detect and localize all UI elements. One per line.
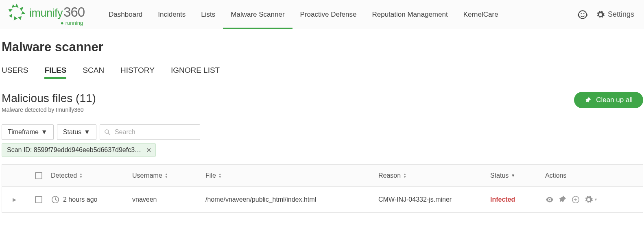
svg-marker-7 (12, 4, 15, 8)
gear-icon (584, 195, 593, 204)
svg-marker-4 (14, 16, 17, 20)
app-header: imunify 360 ●running Dashboard Incidents… (0, 0, 644, 29)
brand-text-a: imunify (29, 7, 63, 20)
broom-icon (585, 96, 592, 104)
select-all-checkbox[interactable] (35, 172, 42, 179)
svg-marker-2 (21, 11, 25, 14)
subtab-ignore-list[interactable]: IGNORE LIST (171, 66, 220, 79)
subtab-scan[interactable]: SCAN (83, 66, 104, 79)
svg-marker-3 (18, 16, 22, 20)
subtab-files[interactable]: FILES (44, 66, 66, 79)
cell-username: vnaveen (132, 196, 205, 203)
col-username[interactable]: Username ▲▼ (132, 172, 205, 179)
svg-marker-1 (20, 7, 23, 11)
row-checkbox[interactable] (35, 196, 42, 203)
row-actions-menu[interactable]: ▼ (584, 195, 598, 204)
nav-reputation-management[interactable]: Reputation Management (364, 0, 455, 29)
sort-icon: ▲▼ (165, 173, 168, 178)
view-icon[interactable] (545, 195, 554, 204)
svg-point-11 (105, 130, 109, 133)
page-title: Malware scanner (2, 40, 643, 54)
status-dropdown[interactable]: Status ▼ (57, 124, 96, 140)
col-file[interactable]: File ▲▼ (205, 172, 378, 179)
subtab-history[interactable]: HISTORY (120, 66, 155, 79)
malicious-files-table: Detected ▲▼ Username ▲▼ File ▲▼ Reason ▲… (2, 164, 643, 213)
expand-row-toggle[interactable]: ▶ (2, 197, 26, 202)
primary-nav: Dashboard Incidents Lists Malware Scanne… (101, 0, 577, 29)
subtab-users[interactable]: USERS (2, 66, 28, 79)
svg-point-8 (579, 11, 587, 19)
brand-status: ●running (61, 20, 83, 26)
nav-kernelcare[interactable]: KernelCare (456, 0, 506, 29)
clock-icon (51, 195, 60, 204)
cell-reason: CMW-INJ-04332-js.miner (378, 196, 490, 203)
section-title: Malicious files (11) (2, 92, 96, 105)
chip-close-icon[interactable]: ✕ (146, 146, 151, 154)
cleanup-icon[interactable] (558, 195, 567, 204)
brand-logo[interactable]: imunify 360 ●running (7, 3, 85, 26)
svg-marker-6 (9, 9, 13, 12)
nav-dashboard[interactable]: Dashboard (101, 0, 150, 29)
search-input[interactable] (100, 124, 200, 140)
clean-up-all-button[interactable]: Clean up all (574, 92, 643, 108)
table-header: Detected ▲▼ Username ▲▼ File ▲▼ Reason ▲… (2, 165, 643, 187)
sort-icon: ▲▼ (79, 173, 83, 178)
cell-actions: ▼ (545, 195, 635, 204)
scanner-subtabs: USERS FILES SCAN HISTORY IGNORE LIST (2, 66, 643, 79)
sort-desc-icon: ▼ (511, 173, 515, 178)
nav-incidents[interactable]: Incidents (150, 0, 193, 29)
cell-file: /home/vnaveen/public_html/index.html (205, 196, 378, 203)
col-reason[interactable]: Reason ▲▼ (378, 172, 490, 179)
timeframe-dropdown[interactable]: Timeframe ▼ (2, 124, 54, 140)
nav-malware-scanner[interactable]: Malware Scanner (223, 0, 292, 29)
sort-icon: ▲▼ (403, 173, 406, 178)
cell-detected: 2 hours ago (63, 196, 98, 203)
sort-icon: ▲▼ (218, 173, 222, 178)
col-actions: Actions (545, 172, 635, 179)
gear-icon (596, 10, 605, 19)
svg-line-12 (108, 133, 110, 135)
svg-point-14 (549, 199, 550, 200)
table-row: ▶ 2 hours ago vnaveen /home/vnaveen/publ… (2, 187, 643, 213)
col-detected[interactable]: Detected ▲▼ (51, 172, 132, 179)
support-icon[interactable] (577, 9, 588, 20)
cell-status: Infected (490, 196, 545, 203)
settings-label: Settings (608, 10, 634, 19)
section-subtitle: Malware detected by Imunify360 (2, 107, 96, 113)
brand-text-b: 360 (63, 4, 85, 20)
caret-down-icon: ▼ (41, 128, 48, 136)
filter-bar: Timeframe ▼ Status ▼ (2, 124, 643, 140)
restore-icon[interactable] (571, 195, 580, 204)
nav-lists[interactable]: Lists (193, 0, 223, 29)
caret-down-icon: ▼ (84, 128, 90, 136)
svg-point-10 (583, 13, 585, 14)
svg-marker-0 (15, 4, 18, 8)
search-icon (104, 128, 111, 136)
nav-proactive-defense[interactable]: Proactive Defense (293, 0, 365, 29)
svg-marker-5 (9, 14, 12, 17)
svg-point-9 (581, 13, 582, 14)
brand-mark-icon (7, 3, 26, 22)
settings-link[interactable]: Settings (596, 10, 634, 19)
col-status[interactable]: Status ▼ (490, 172, 545, 179)
scan-id-text: Scan ID: 8599f79eddd946eeb5d6637d9efc3… (7, 146, 141, 154)
scan-id-chip: Scan ID: 8599f79eddd946eeb5d6637d9efc3… … (2, 143, 156, 157)
caret-down-icon: ▼ (594, 198, 598, 202)
